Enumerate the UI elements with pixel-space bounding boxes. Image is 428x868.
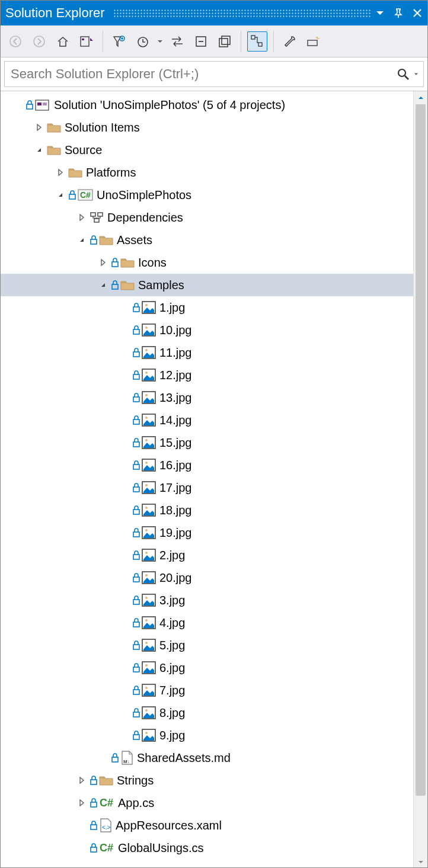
expand-icon[interactable] xyxy=(55,167,66,178)
tree-item[interactable]: 7.jpg xyxy=(1,679,427,702)
tree-item[interactable]: 11.jpg xyxy=(1,341,427,364)
home-button[interactable] xyxy=(53,31,73,52)
tree-item-label: Platforms xyxy=(82,166,136,180)
pending-changes-dropdown[interactable] xyxy=(156,39,164,44)
image-icon xyxy=(142,324,156,337)
tree-item[interactable]: Platforms xyxy=(1,161,427,184)
image-icon xyxy=(142,661,156,674)
scroll-down-icon[interactable] xyxy=(414,856,427,868)
lock-icon xyxy=(132,505,140,515)
forward-button[interactable] xyxy=(29,31,49,52)
pending-changes-button[interactable] xyxy=(133,31,153,52)
tree-item[interactable]: 4.jpg xyxy=(1,611,427,634)
lock-icon xyxy=(90,798,98,808)
tree-item-label: 10.jpg xyxy=(156,324,192,337)
preview-button[interactable] xyxy=(304,31,324,52)
properties-button[interactable] xyxy=(280,31,300,52)
csproj-icon: C# xyxy=(78,188,93,201)
tree-item[interactable]: 13.jpg xyxy=(1,386,427,409)
tree-item[interactable]: 18.jpg xyxy=(1,499,427,521)
search-input[interactable] xyxy=(5,66,392,82)
expand-icon[interactable] xyxy=(76,775,87,786)
expand-icon[interactable] xyxy=(98,257,108,268)
expand-icon[interactable] xyxy=(34,122,44,133)
svg-rect-50 xyxy=(133,487,139,492)
svg-rect-23 xyxy=(91,239,97,244)
expand-icon[interactable] xyxy=(76,797,87,808)
tree-item[interactable]: 15.jpg xyxy=(1,431,427,454)
collapse-icon[interactable] xyxy=(98,280,108,290)
tree-item[interactable]: Dependencies xyxy=(1,206,427,229)
svg-rect-91 xyxy=(91,825,97,829)
tree-item[interactable]: Assets xyxy=(1,229,427,251)
collapse-icon[interactable] xyxy=(34,145,44,155)
tree-item[interactable]: M↓SharedAssets.md xyxy=(1,747,427,769)
vertical-scrollbar[interactable] xyxy=(413,91,427,868)
collapse-all-button[interactable] xyxy=(191,31,211,52)
pin-icon[interactable] xyxy=(393,8,404,18)
tree-item-label: AppResources.xaml xyxy=(112,819,222,832)
lock-icon xyxy=(132,393,140,402)
toolbar-separator xyxy=(273,31,274,52)
solution-icon xyxy=(35,98,50,111)
tree-item[interactable]: 17.jpg xyxy=(1,476,427,499)
tree-item[interactable]: 12.jpg xyxy=(1,364,427,386)
tree-item[interactable]: C#App.cs xyxy=(1,792,427,814)
tree-item[interactable]: Source xyxy=(1,139,427,161)
svg-point-46 xyxy=(145,439,148,441)
collapse-icon[interactable] xyxy=(76,235,87,245)
image-icon xyxy=(142,639,156,652)
tree-item[interactable]: 14.jpg xyxy=(1,409,427,431)
image-icon xyxy=(142,504,156,517)
svg-rect-41 xyxy=(133,419,139,424)
folder-icon xyxy=(99,234,113,246)
search-icon[interactable] xyxy=(392,67,414,81)
tree-item[interactable]: 19.jpg xyxy=(1,521,427,544)
tree-item[interactable]: 8.jpg xyxy=(1,702,427,724)
tree-item[interactable]: 20.jpg xyxy=(1,566,427,589)
lock-icon xyxy=(90,235,98,245)
tree-item-label: Samples xyxy=(135,278,184,292)
back-button[interactable] xyxy=(5,31,25,52)
tree-item[interactable]: Solution Items xyxy=(1,116,427,139)
tree-item[interactable]: 9.jpg xyxy=(1,724,427,747)
tree-item-label: 7.jpg xyxy=(156,684,185,697)
tree-item[interactable]: 6.jpg xyxy=(1,656,427,679)
track-active-button[interactable] xyxy=(247,31,267,52)
lock-icon xyxy=(132,303,140,312)
tree-item[interactable]: Samples xyxy=(1,274,427,296)
tree-item[interactable]: Icons xyxy=(1,251,427,274)
svg-point-79 xyxy=(145,687,148,689)
collapse-icon[interactable] xyxy=(55,190,66,200)
tree-item[interactable]: C#GlobalUsings.cs xyxy=(1,837,427,859)
search-dropdown[interactable] xyxy=(414,71,423,77)
solution-tree[interactable]: Solution 'UnoSimplePhotos' (5 of 4 proje… xyxy=(1,91,427,859)
tree-item[interactable]: C#UnoSimplePhotos xyxy=(1,184,427,206)
svg-rect-24 xyxy=(112,262,118,267)
show-all-files-button[interactable] xyxy=(215,31,235,52)
expand-icon[interactable] xyxy=(76,212,87,223)
tree-item[interactable]: Solution 'UnoSimplePhotos' (5 of 4 proje… xyxy=(1,94,427,116)
svg-rect-17 xyxy=(69,194,75,199)
close-icon[interactable] xyxy=(412,8,423,18)
scroll-up-icon[interactable] xyxy=(414,91,427,104)
tree-item[interactable]: 2.jpg xyxy=(1,544,427,566)
switch-views-button[interactable] xyxy=(76,31,97,52)
svg-rect-65 xyxy=(133,600,139,604)
tree-item[interactable]: 16.jpg xyxy=(1,454,427,476)
tree-item[interactable]: 10.jpg xyxy=(1,319,427,341)
tree-item[interactable]: 5.jpg xyxy=(1,634,427,656)
tree-item[interactable]: <.>AppResources.xaml xyxy=(1,814,427,837)
image-icon xyxy=(142,346,156,359)
tree-item[interactable]: Strings xyxy=(1,769,427,792)
scroll-thumb[interactable] xyxy=(416,104,426,796)
tree-item[interactable]: 3.jpg xyxy=(1,589,427,611)
image-icon xyxy=(142,571,156,584)
filter-button[interactable] xyxy=(109,31,129,52)
grip-dots[interactable] xyxy=(113,9,372,17)
window-position-dropdown-icon[interactable] xyxy=(375,8,385,18)
xaml-icon: <.> xyxy=(99,818,112,832)
image-icon xyxy=(142,459,156,472)
tree-item[interactable]: 1.jpg xyxy=(1,296,427,319)
sync-button[interactable] xyxy=(167,31,187,52)
